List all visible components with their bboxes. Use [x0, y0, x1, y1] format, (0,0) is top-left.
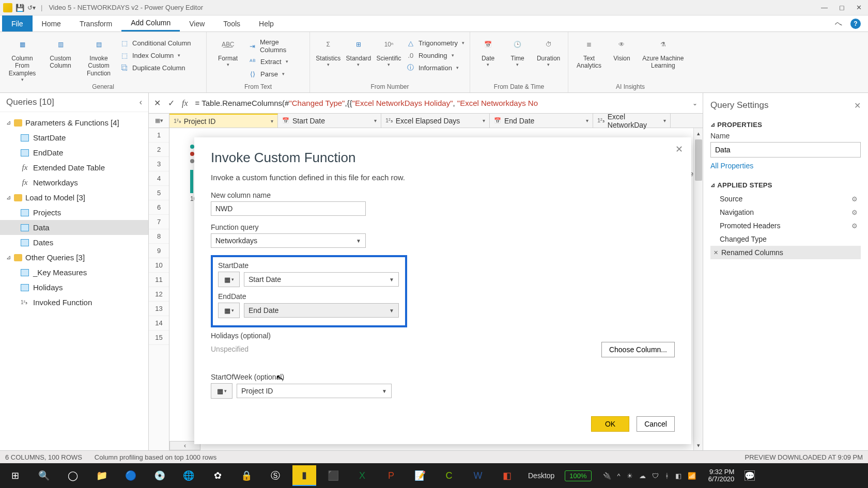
row-number[interactable]: 6	[149, 200, 169, 215]
taskview-icon[interactable]: ◯	[61, 465, 85, 486]
properties-section-header[interactable]: ⊿PROPERTIES	[710, 121, 861, 129]
row-number[interactable]: 9	[149, 244, 169, 258]
btn-information[interactable]: ⓘInformation▾	[406, 63, 464, 72]
desktop-label[interactable]: Desktop	[528, 471, 554, 480]
enddate-type-button[interactable]: ▦▾	[218, 303, 240, 318]
row-number[interactable]: 2	[149, 143, 169, 157]
file-explorer-icon[interactable]: 📁	[90, 465, 114, 486]
tab-view[interactable]: View	[180, 15, 214, 32]
step-gear-icon[interactable]: ⚙	[851, 209, 858, 216]
tray-up-icon[interactable]: ^	[617, 472, 621, 480]
undo-dropdown-icon[interactable]: ↺▾	[27, 4, 36, 11]
queries-item[interactable]: 1²₃Invoked Function	[0, 295, 148, 310]
save-icon[interactable]: 💾	[16, 4, 24, 12]
tab-transform[interactable]: Transform	[70, 15, 121, 32]
queries-collapse-icon[interactable]: ‹	[140, 98, 142, 107]
query-name-input[interactable]	[710, 142, 861, 158]
row-number[interactable]: 13	[149, 302, 169, 316]
queries-item[interactable]: fxNetworkdays	[0, 175, 148, 190]
settings-close-icon[interactable]: ✕	[854, 101, 861, 111]
btn-parse[interactable]: ⟨⟩Parse▾	[248, 69, 304, 78]
excel-icon[interactable]: X	[350, 465, 374, 486]
battery-indicator[interactable]: 100%	[565, 470, 591, 481]
zoom-icon[interactable]: 🔵	[119, 465, 143, 486]
vertical-scrollbar[interactable]: ▴ ▾	[693, 128, 703, 450]
tab-help[interactable]: Help	[250, 15, 283, 32]
applied-step[interactable]: Renamed Columns	[710, 246, 861, 259]
tab-add-column[interactable]: Add Column	[121, 15, 180, 32]
btn-text-analytics[interactable]: ≣Text Analytics	[574, 35, 605, 70]
btn-merge-columns[interactable]: ⇥Merge Columns	[248, 38, 304, 54]
ribbon-collapse-icon[interactable]: へ	[835, 19, 842, 28]
column-header[interactable]: 1²₃Excel NetworkDay▾	[593, 114, 671, 128]
maximize-button[interactable]: ◻	[839, 4, 845, 11]
formula-cancel-icon[interactable]: ✕	[154, 98, 161, 108]
queries-item[interactable]: Projects	[0, 205, 148, 220]
word-icon[interactable]: W	[466, 465, 490, 486]
queries-group-header[interactable]: ⊿Parameters & Functions [4]	[0, 115, 148, 130]
queries-item[interactable]: Holidays	[0, 280, 148, 295]
cancel-button[interactable]: Cancel	[637, 416, 675, 432]
queries-item[interactable]: EndDate	[0, 145, 148, 160]
app-icon-5[interactable]: ◧	[495, 465, 519, 486]
applied-step[interactable]: Source⚙	[710, 192, 861, 206]
scroll-thumb[interactable]	[695, 139, 702, 181]
enddate-dropdown[interactable]: End Date▼	[244, 303, 399, 318]
app-icon-2[interactable]: ✿	[206, 465, 229, 486]
btn-trigonometry[interactable]: △Trigonometry▾	[406, 38, 464, 48]
step-gear-icon[interactable]: ⚙	[851, 222, 858, 230]
app-icon-4[interactable]: 📝	[408, 465, 432, 486]
tray-cloud-icon[interactable]: ☁	[639, 472, 646, 480]
queries-item[interactable]: fxExtended Date Table	[0, 160, 148, 175]
startdate-dropdown[interactable]: Start Date▼	[244, 272, 399, 287]
tab-tools[interactable]: Tools	[214, 15, 250, 32]
btn-invoke-custom-function[interactable]: ▤Invoke Custom Function	[82, 35, 116, 77]
new-column-name-input[interactable]	[211, 201, 366, 216]
btn-standard[interactable]: ⊞Standard▾	[346, 35, 372, 67]
btn-statistics[interactable]: ΣStatistics▾	[315, 35, 342, 67]
applied-step[interactable]: Promoted Headers⚙	[710, 219, 861, 232]
notifications-icon[interactable]: 💬	[745, 470, 755, 481]
queries-item[interactable]: StartDate	[0, 130, 148, 145]
scroll-down-icon[interactable]: ▾	[694, 440, 703, 450]
btn-extract[interactable]: ᴬᴮExtract▾	[248, 57, 304, 66]
powerpoint-icon[interactable]: P	[379, 465, 403, 486]
row-number[interactable]: 8	[149, 229, 169, 244]
tray-shield-icon[interactable]: 🛡	[652, 472, 659, 480]
column-header[interactable]: 📅Start Date▾	[278, 114, 381, 128]
dialog-close-icon[interactable]: ✕	[675, 144, 683, 155]
btn-format[interactable]: A͟B͟CFormat▾	[212, 35, 244, 67]
tray-app-icon[interactable]: ◧	[675, 472, 681, 480]
row-number[interactable]: 11	[149, 273, 169, 287]
applied-step[interactable]: Navigation⚙	[710, 206, 861, 219]
btn-duplicate-column[interactable]: ⿻Duplicate Column	[120, 63, 191, 72]
tab-home[interactable]: Home	[33, 15, 70, 32]
function-query-dropdown[interactable]: Networkdays▼	[211, 233, 366, 248]
btn-index-column[interactable]: ⬚Index Column▾	[120, 51, 191, 60]
queries-group-header[interactable]: ⊿Other Queries [3]	[0, 250, 148, 265]
system-tray[interactable]: 🔌 ^ ☀ ☁ 🛡 ᚼ ◧ 📶	[603, 472, 696, 480]
row-number[interactable]: 3	[149, 157, 169, 171]
startofweek-dropdown[interactable]: Project ID▼	[237, 384, 392, 398]
btn-rounding[interactable]: .0Rounding▾	[406, 51, 464, 60]
applied-step[interactable]: Changed Type	[710, 232, 861, 246]
help-icon[interactable]: ?	[850, 19, 861, 29]
btn-vision[interactable]: 👁Vision	[609, 35, 635, 62]
formula-bar[interactable]: = Table.RenameColumns(#"Changed Type",{{…	[195, 99, 685, 108]
app-icon-1[interactable]: 💿	[148, 465, 172, 486]
chrome-icon[interactable]: 🌐	[177, 465, 200, 486]
startdate-type-button[interactable]: ▦▾	[218, 272, 240, 287]
row-number[interactable]: 1	[149, 128, 169, 143]
queries-item[interactable]: Dates	[0, 235, 148, 250]
start-button[interactable]: ⊞	[3, 465, 27, 486]
tray-icon[interactable]: 🔌	[603, 472, 611, 480]
formula-accept-icon[interactable]: ✓	[168, 98, 175, 108]
column-header[interactable]: 1²₃Project ID▾	[169, 114, 278, 128]
queries-item[interactable]: _Key Measures	[0, 265, 148, 280]
column-header[interactable]: 📅End Date▾	[490, 114, 593, 128]
queries-item[interactable]: Data	[0, 220, 148, 235]
btn-azure-ml[interactable]: ⚗Azure Machine Learning	[639, 35, 687, 70]
snagit-icon[interactable]: ⬛	[321, 465, 345, 486]
choose-column-button[interactable]: Choose Column...	[601, 342, 675, 357]
camtasia-icon[interactable]: C	[437, 465, 461, 486]
